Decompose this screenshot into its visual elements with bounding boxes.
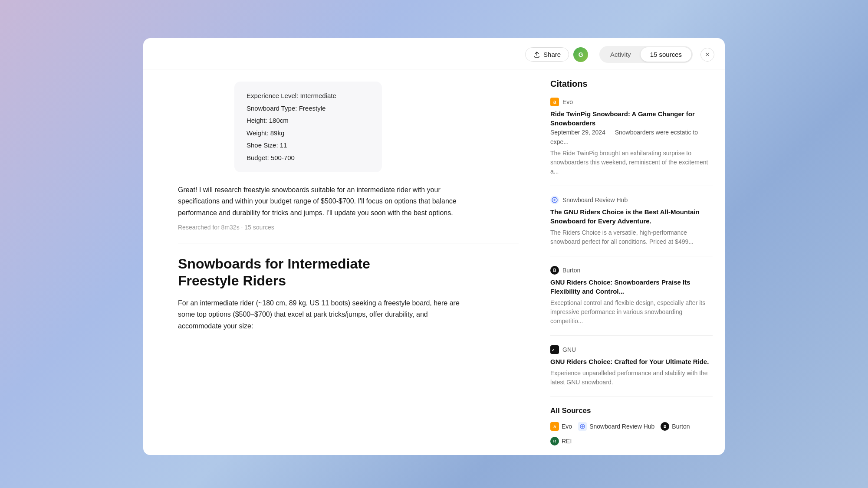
all-sources-row: a Evo Snowboard Review Hub B Burton R RE… [550,422,713,445]
citation-snippet-1: The Ride TwinPig brought an exhilarating… [550,149,713,176]
citation-item-3: B Burton GNU Riders Choice: Snowboarders… [550,266,713,336]
right-panel: Citations a Evo Ride TwinPig Snowboard: … [538,69,725,455]
citation-headline-3: GNU Riders Choice: Snowboarders Praise I… [550,278,713,296]
citation-snippet-3: Exceptional control and flexible design,… [550,298,713,326]
citation-source-name-3: Burton [562,267,580,274]
source-burton-icon: B [661,422,669,431]
snowboard-type: Snowboard Type: Freestyle [247,104,370,114]
response-text: Great! I will research freestyle snowboa… [178,184,473,219]
main-window: Share G Activity 15 sources × Experience… [143,38,725,455]
section-title: Snowboards for Intermediate Freestyle Ri… [178,255,412,289]
share-icon [533,51,540,58]
source-burton-name: Burton [672,423,690,430]
gnu-logo: ✓ [550,345,559,354]
citation-headline-1: Ride TwinPig Snowboard: A Game Changer f… [550,109,713,146]
citation-snippet-4: Experience unparalleled performance and … [550,369,713,387]
source-evo-name: Evo [562,423,572,430]
all-sources-title: All Sources [550,406,713,415]
svg-text:✓: ✓ [552,348,555,352]
source-badge-rei: R REI [550,437,572,445]
citation-headline-4: GNU Riders Choice: Crafted for Your Ulti… [550,357,713,366]
source-evo-icon: a [550,422,559,431]
section-body: For an intermediate rider (~180 cm, 89 k… [178,298,473,332]
tabs-group: Activity 15 sources [599,46,693,63]
source-rei-icon: R [550,437,559,445]
research-meta: Researched for 8m32s · 15 sources [178,224,519,231]
citation-item-2: Snowboard Review Hub The GNU Riders Choi… [550,196,713,256]
source-badge-snowboard: Snowboard Review Hub [578,422,654,431]
citation-source-2: Snowboard Review Hub [550,196,713,204]
weight: Weight: 89kg [247,128,370,138]
citation-item: a Evo Ride TwinPig Snowboard: A Game Cha… [550,98,713,186]
avatar: G [573,47,588,62]
source-snowboard-name: Snowboard Review Hub [589,423,654,430]
tab-activity[interactable]: Activity [601,47,641,62]
main-panel: Experience Level: Intermediate Snowboard… [143,69,538,455]
source-badge-burton: B Burton [661,422,690,431]
citation-item-4: ✓ GNU GNU Riders Choice: Crafted for You… [550,345,713,397]
content-area: Experience Level: Intermediate Snowboard… [143,69,725,455]
citation-source-1: a Evo [550,98,713,106]
citation-snippet-2: The Riders Choice is a versatile, high-p… [550,228,713,246]
citation-source-name-2: Snowboard Review Hub [562,197,628,203]
citation-source-name-1: Evo [562,98,573,105]
source-snowboard-icon [578,422,587,431]
burton-logo: B [550,266,559,275]
budget: Budget: 500-700 [247,153,370,163]
close-button[interactable]: × [700,48,714,62]
snowboard-review-logo [550,196,559,204]
divider [178,243,519,243]
experience-level: Experience Level: Intermediate [247,91,370,101]
citation-headline-2: The GNU Riders Choice is the Best All-Mo… [550,207,713,226]
citation-source-3: B Burton [550,266,713,275]
source-badge-evo: a Evo [550,422,572,431]
shoe-size: Shoe Size: 11 [247,141,370,151]
source-rei-name: REI [562,438,572,445]
citation-source-4: ✓ GNU [550,345,713,354]
height: Height: 180cm [247,116,370,126]
share-button[interactable]: Share [525,47,569,62]
evo-logo: a [550,98,559,106]
tab-sources[interactable]: 15 sources [641,47,691,62]
info-card: Experience Level: Intermediate Snowboard… [234,82,382,172]
citation-source-name-4: GNU [562,346,576,353]
header: Share G Activity 15 sources × [143,38,725,69]
citations-title: Citations [550,79,713,89]
